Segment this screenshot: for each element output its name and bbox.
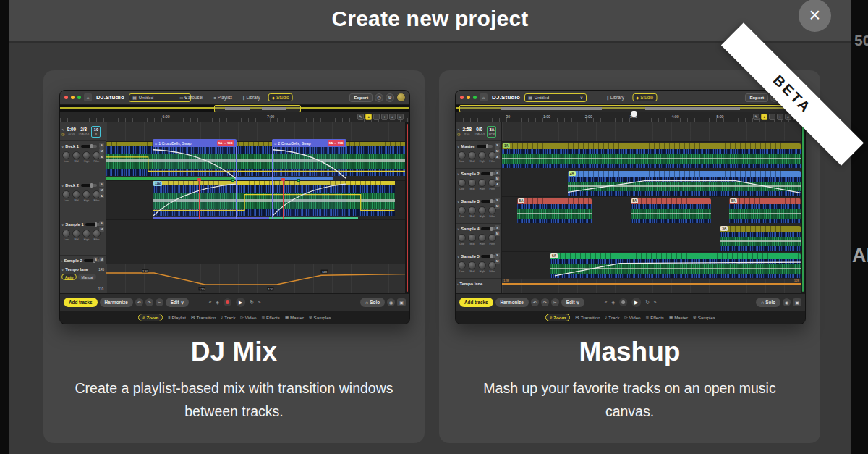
audio-clip: 2A — [568, 171, 801, 196]
master-icon: ▦ — [669, 315, 673, 319]
mid-knob — [468, 234, 476, 242]
M-button: M — [99, 188, 104, 193]
fade-curve — [273, 181, 346, 219]
clip-header — [568, 171, 801, 177]
bottom-tabs: ⌕Zoom⋈Transition♪Track▷Video≋Effects▦Mas… — [456, 311, 805, 324]
overview-segment — [262, 107, 286, 110]
overview-segment — [501, 107, 602, 110]
high-knob — [478, 206, 486, 214]
record-button — [619, 298, 627, 306]
low-knob — [458, 151, 466, 159]
key-badge: 5A — [730, 198, 737, 203]
nav-item-studio: ◆Studio — [632, 93, 657, 101]
carousel-icon: ▭ — [179, 96, 183, 100]
mid-knob — [72, 151, 80, 159]
cue-marker-red — [199, 180, 200, 219]
mid-knob — [468, 179, 476, 187]
timeline-ruler: 301:002:003:004:005:00 ✎ ● − + « » — [456, 112, 805, 122]
timeline-overview — [60, 105, 409, 112]
topbar-actions: Export ◷ ⚙ — [349, 93, 406, 102]
eq-knobs: LowMidHighFilter — [457, 177, 500, 192]
clip-waveform — [631, 204, 712, 223]
ruler-tools: ✎ ● − + « » — [357, 114, 404, 120]
history-icon: ◷ — [375, 93, 383, 102]
key-badge: 5A — [518, 198, 525, 203]
overview-playhead — [592, 106, 593, 112]
eq-knobs: LowMidHighFilter — [61, 228, 104, 243]
nav-item-playlist: ≡Playlist — [211, 94, 235, 101]
nav-item-library: ∥Library — [604, 94, 627, 101]
channel-panel: ∿◷ 0:0010:26 2/3TRACKS 10B ∨ Deck 1 SMA … — [60, 122, 106, 293]
cut-icon: ✂ — [551, 298, 559, 306]
ruler-time-label: 1:00 — [543, 114, 550, 119]
channel-name: Sample 5 — [461, 254, 479, 258]
chevron-right-icon: › — [457, 282, 459, 286]
traffic-light-close-icon — [460, 96, 464, 99]
channel-mute-solo: SM — [99, 221, 104, 232]
doc-icon: ▤ — [528, 95, 532, 100]
settings-icon: ⚙ — [386, 93, 394, 102]
video-button: ▣ — [793, 298, 801, 306]
tab-playlist: ≡Playlist — [168, 315, 186, 320]
nav-item-library: ∥Library — [240, 94, 263, 101]
zoom-out-icon: − — [769, 114, 775, 120]
ruler-time-label: 4:00 — [671, 114, 678, 119]
zoom-in-icon: + — [777, 114, 783, 120]
A-button: A — [99, 154, 104, 159]
channel-name: Sample 3 — [461, 199, 479, 203]
fade-curve — [273, 147, 346, 181]
chevron-down-icon: ∨ — [457, 145, 459, 148]
close-button[interactable]: × — [799, 0, 831, 32]
tempo-auto-button: Auto — [61, 274, 77, 280]
arrangement-area: 1A 2A 5A 5A — [502, 122, 801, 293]
track-icon: ♪ — [605, 315, 608, 319]
transport-readout: ∿◷ 0:0010:26 2/3TRACKS 10B — [60, 122, 106, 141]
card-description: Create a playlist-based mix with transit… — [64, 377, 404, 423]
key-badge: 10B — [91, 126, 101, 138]
zoom-in-icon: + — [381, 114, 388, 120]
volume-slider — [81, 145, 97, 148]
low-knob — [458, 234, 466, 242]
channel-sample-2: ∨ Sample 2 SMA LowMidHighFilter — [456, 169, 501, 196]
M-button: M — [495, 258, 500, 264]
tab-effects: ≋Effects — [646, 315, 664, 320]
S-button: S — [495, 253, 500, 258]
tempo-value-label: 128 — [794, 279, 799, 282]
channel-sample-4: ∨ Sample 4 SM LowMidHighFilter — [456, 224, 501, 251]
traffic-light-minimize-icon — [71, 96, 75, 99]
M-button: M — [99, 148, 104, 154]
key-badge: 6A — [550, 253, 558, 258]
M-button: M — [495, 203, 500, 209]
ruler-time-label: 6:00 — [163, 114, 170, 119]
headphones-icon: ∩ — [761, 300, 765, 305]
app-nav: ▭Carousel≡Playlist∥Library◆Studio — [176, 93, 293, 101]
channel-sample-1: ∨ Sample 1 SM LowMidHighFilter — [60, 219, 106, 256]
volume-slider — [477, 145, 493, 148]
background-clipped-text: AM — [852, 245, 868, 267]
bottom-toolbar: Add tracks Harmonize ↶ ↷ ✂ Edit ∨ « ◈ ▶ … — [456, 293, 805, 311]
chevron-down-icon: ∨ — [181, 300, 184, 305]
track-lane: 2A — [502, 169, 801, 196]
solo-button: ∩ Solo — [756, 298, 780, 307]
avatar — [396, 93, 406, 102]
fade-curve — [153, 181, 236, 219]
clip-waveform — [517, 204, 592, 223]
modal-header: Create new project × — [9, 0, 851, 43]
overview-segment — [645, 107, 740, 110]
project-name: Untitled — [139, 96, 182, 100]
tempo-line — [502, 283, 801, 285]
transition-header: ⌂2 CrocoBells, Swap5A → 11B — [272, 139, 346, 147]
low-knob — [458, 179, 466, 187]
tempo-lane: 128 128 — [502, 279, 801, 287]
audio-clip: 5A — [631, 198, 712, 223]
mid-knob — [468, 206, 476, 214]
channel-deck-1: ∨ Deck 1 SMA LowMidHighFilter — [60, 141, 106, 180]
tempo-lane-label: Tempo lane — [460, 282, 483, 286]
mashup-card[interactable]: ⌂ DJ.Studio ▤Untitled∨ ∥Library◆Studio E… — [439, 70, 820, 443]
chevron-down-icon: ∨ — [457, 227, 459, 231]
low-knob — [458, 206, 466, 214]
add-tracks-button: Add tracks — [64, 298, 98, 307]
app-topbar: ⌂ DJ.Studio ▤Untitled∨ ∥Library◆Studio E… — [456, 91, 805, 105]
track-lane: 5A 5A 5A — [502, 196, 801, 224]
dj-mix-card[interactable]: ⌂ DJ.Studio ▤Untitled∨ ▭Carousel≡Playlis… — [43, 70, 425, 443]
